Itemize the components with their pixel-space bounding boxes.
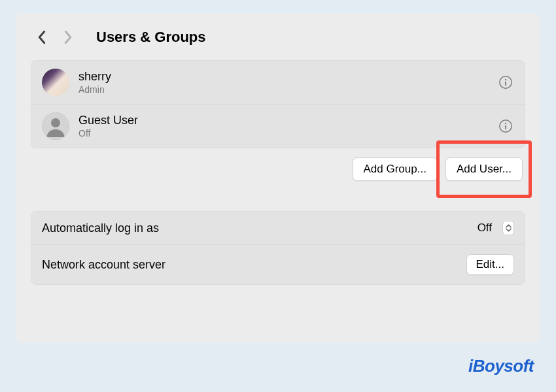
svg-point-4 — [51, 118, 60, 127]
user-name: Guest User — [78, 114, 488, 127]
forward-button[interactable] — [57, 26, 79, 48]
chevron-left-icon — [37, 31, 46, 44]
svg-point-1 — [505, 79, 506, 80]
user-name: sherry — [78, 70, 488, 84]
watermark: iBoysoft — [468, 356, 534, 376]
user-role: Off — [78, 128, 488, 139]
svg-rect-2 — [505, 82, 506, 86]
auto-login-dropdown[interactable] — [502, 221, 514, 235]
person-icon — [42, 112, 69, 140]
info-button[interactable] — [497, 74, 514, 91]
add-user-button[interactable]: Add User... — [445, 157, 523, 181]
svg-point-6 — [505, 123, 506, 124]
auto-login-value: Off — [478, 221, 492, 235]
button-row: Add Group... Add User... — [31, 157, 525, 181]
info-button[interactable] — [497, 118, 514, 135]
network-server-row: Network account server Edit... — [31, 244, 525, 284]
avatar — [42, 69, 69, 96]
header: Users & Groups — [31, 26, 525, 48]
settings-panel: Users & Groups sherry Admin Guest User — [16, 13, 540, 343]
settings-list: Automatically log in as Off Network acco… — [31, 211, 525, 285]
user-text: sherry Admin — [78, 70, 488, 95]
chevron-right-icon — [63, 31, 73, 44]
add-group-button[interactable]: Add Group... — [353, 157, 438, 181]
user-role: Admin — [78, 84, 488, 95]
user-list: sherry Admin Guest User Off — [31, 60, 525, 148]
setting-label: Automatically log in as — [42, 221, 470, 235]
info-icon — [498, 75, 513, 90]
back-button[interactable] — [31, 26, 53, 48]
page-title: Users & Groups — [96, 29, 206, 46]
setting-label: Network account server — [42, 258, 459, 272]
auto-login-row: Automatically log in as Off — [31, 212, 525, 244]
user-row[interactable]: sherry Admin — [31, 61, 525, 104]
chevron-down-icon — [506, 228, 512, 232]
edit-button[interactable]: Edit... — [466, 254, 514, 275]
user-text: Guest User Off — [78, 114, 488, 139]
info-icon — [498, 119, 513, 133]
user-row[interactable]: Guest User Off — [31, 104, 525, 148]
avatar — [42, 112, 69, 140]
svg-rect-7 — [505, 125, 506, 129]
